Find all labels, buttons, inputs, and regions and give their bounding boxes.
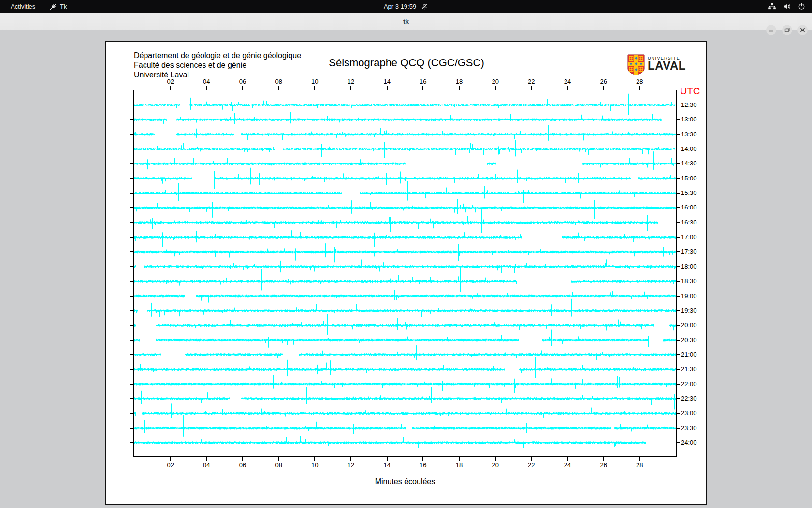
trace-time-label: 15:00 — [681, 175, 701, 182]
trace-tick-right — [677, 442, 680, 443]
x-tick-bottom — [495, 457, 496, 461]
network-wired-icon — [768, 3, 776, 10]
x-tick-bottom — [387, 457, 388, 461]
trace-tick-right — [677, 413, 680, 414]
top-bar: Activities Tk Apr 3 19:59 — [0, 0, 812, 13]
trace-tick-left — [130, 398, 133, 399]
title-bar: tk — [0, 13, 812, 30]
x-tick-bottom — [278, 457, 279, 461]
minimize-button[interactable] — [766, 25, 776, 35]
tk-feather-icon — [49, 3, 57, 11]
trace-tick-left — [130, 296, 133, 297]
trace-time-label: 17:00 — [681, 233, 701, 240]
x-tick-label-bottom: 26 — [596, 462, 611, 469]
x-tick-top — [422, 86, 423, 90]
trace-tick-left — [130, 354, 133, 355]
trace-time-label: 13:00 — [681, 116, 701, 123]
trace-time-label: 14:30 — [681, 160, 701, 167]
close-button[interactable] — [798, 25, 808, 35]
seismogram-canvas — [134, 90, 676, 456]
trace-time-label: 16:00 — [681, 204, 701, 211]
trace-tick-left — [130, 310, 133, 311]
trace-tick-left — [130, 193, 133, 194]
x-tick-top — [495, 86, 496, 90]
trace-tick-right — [677, 296, 680, 297]
x-tick-top — [278, 86, 279, 90]
trace-time-label: 14:00 — [681, 145, 701, 152]
x-tick-bottom — [206, 457, 207, 461]
x-tick-bottom — [314, 457, 315, 461]
x-tick-label-bottom: 16 — [416, 462, 430, 469]
maximize-button[interactable] — [782, 25, 792, 35]
trace-tick-left — [130, 442, 133, 443]
x-tick-label-top: 24 — [560, 78, 575, 85]
trace-tick-left — [130, 340, 133, 341]
trace-tick-right — [677, 119, 680, 120]
trace-tick-left — [130, 281, 133, 282]
x-tick-bottom — [639, 457, 640, 461]
trace-tick-right — [677, 134, 680, 135]
x-axis-title: Minutes écoulées — [308, 478, 502, 486]
trace-tick-right — [677, 310, 680, 311]
trace-tick-left — [130, 369, 133, 370]
trace-tick-left — [130, 413, 133, 414]
x-tick-label-top: 10 — [307, 78, 322, 85]
trace-time-label: 21:30 — [681, 365, 701, 373]
x-tick-label-bottom: 18 — [452, 462, 466, 469]
x-tick-top — [459, 86, 460, 90]
trace-tick-left — [130, 266, 133, 267]
x-tick-label-top: 14 — [380, 78, 394, 85]
trace-time-label: 20:30 — [681, 336, 701, 344]
x-tick-top — [531, 86, 532, 90]
laval-shield-icon — [627, 54, 645, 75]
x-tick-top — [206, 86, 207, 90]
trace-tick-left — [130, 134, 133, 135]
trace-tick-right — [677, 251, 680, 252]
x-tick-label-bottom: 22 — [524, 462, 538, 469]
x-tick-label-top: 08 — [272, 78, 286, 85]
clock-button[interactable]: Apr 3 19:59 — [384, 3, 416, 10]
x-tick-label-bottom: 10 — [307, 462, 322, 469]
trace-tick-right — [677, 178, 680, 179]
close-icon — [800, 28, 805, 33]
laval-logo: UNIVERSITÉ LAVAL — [627, 54, 700, 75]
trace-tick-right — [677, 340, 680, 341]
x-tick-label-top: 16 — [416, 78, 430, 85]
trace-time-label: 16:30 — [681, 219, 701, 226]
trace-time-label: 23:30 — [681, 424, 701, 432]
trace-tick-right — [677, 354, 680, 355]
seismograph-panel: Département de géologie et de génie géol… — [105, 41, 707, 505]
trace-tick-right — [677, 398, 680, 399]
x-tick-label-top: 20 — [488, 78, 503, 85]
x-tick-label-bottom: 08 — [272, 462, 286, 469]
x-tick-label-bottom: 12 — [344, 462, 358, 469]
tk-app-indicator[interactable]: Tk — [49, 0, 67, 13]
x-tick-label-top: 28 — [632, 78, 647, 85]
x-tick-label-bottom: 02 — [163, 462, 178, 469]
clock-area: Apr 3 19:59 — [0, 0, 812, 13]
x-tick-label-bottom: 06 — [235, 462, 250, 469]
trace-tick-right — [677, 325, 680, 326]
plot-title: Séismographe QCQ (CGC/GSC) — [300, 57, 513, 69]
trace-tick-left — [130, 119, 133, 120]
x-tick-top — [242, 86, 243, 90]
x-tick-label-top: 06 — [235, 78, 250, 85]
trace-tick-left — [130, 163, 133, 164]
trace-time-label: 22:30 — [681, 395, 701, 402]
trace-tick-right — [677, 105, 680, 105]
x-tick-label-bottom: 20 — [488, 462, 503, 469]
trace-time-label: 12:30 — [681, 101, 701, 108]
institution-block: Département de géologie et de génie géol… — [134, 51, 301, 80]
system-tray[interactable] — [768, 0, 805, 13]
trace-tick-right — [677, 369, 680, 370]
logo-text-laval: LAVAL — [648, 60, 686, 71]
volume-icon — [783, 3, 791, 10]
trace-tick-right — [677, 281, 680, 282]
maximize-icon — [784, 28, 790, 33]
activities-button[interactable]: Activities — [9, 0, 37, 13]
trace-tick-left — [130, 178, 133, 179]
x-tick-label-bottom: 28 — [632, 462, 647, 469]
x-tick-bottom — [459, 457, 460, 461]
x-tick-label-top: 02 — [163, 78, 178, 85]
institution-line-2: Faculté des sciences et de génie — [134, 60, 301, 70]
